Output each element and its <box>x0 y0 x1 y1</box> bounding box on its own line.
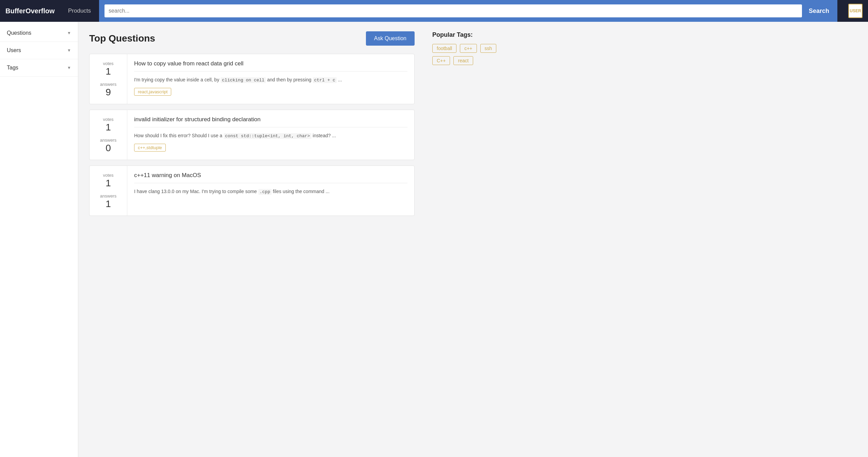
votes-block: votes 1 <box>103 117 113 132</box>
answers-block: answers 9 <box>100 82 116 97</box>
votes-value: 1 <box>106 178 111 188</box>
popular-tag-football[interactable]: football <box>432 44 456 53</box>
code-snippet: .cpp <box>258 189 272 195</box>
question-title[interactable]: c++11 warning on MacOS <box>134 172 407 183</box>
header: BufferOverflow Products Search USER <box>0 0 868 22</box>
question-title[interactable]: How to copy value from react data grid c… <box>134 60 407 72</box>
code-snippet: ctrl + c <box>313 77 337 83</box>
votes-label: votes <box>103 117 113 122</box>
site-logo[interactable]: BufferOverflow <box>5 7 60 15</box>
sidebar-item-questions[interactable]: Questions ▼ <box>0 25 78 42</box>
question-stats: votes 1 answers 0 <box>90 110 127 160</box>
search-input[interactable] <box>105 4 802 17</box>
search-bar-container: Search <box>99 0 837 22</box>
answers-label: answers <box>100 193 116 199</box>
question-content: c++11 warning on MacOS I have clang 13.0… <box>127 166 414 216</box>
code-snippet: clicking on cell <box>221 77 266 83</box>
ask-question-button[interactable]: Ask Question <box>366 31 415 46</box>
chevron-down-icon: ▼ <box>67 48 71 53</box>
popular-tag-ssh[interactable]: ssh <box>480 44 497 53</box>
answers-value: 0 <box>106 143 111 153</box>
popular-tags-title: Popular Tags: <box>432 31 507 38</box>
sidebar-item-tags[interactable]: Tags ▼ <box>0 59 78 77</box>
answers-value: 9 <box>106 88 111 97</box>
question-title[interactable]: invalid initializer for structured bindi… <box>134 116 407 127</box>
votes-label: votes <box>103 61 113 66</box>
products-nav[interactable]: Products <box>68 7 91 14</box>
votes-block: votes 1 <box>103 61 113 76</box>
answers-block: answers 0 <box>100 138 116 153</box>
votes-value: 1 <box>106 123 111 132</box>
question-tags: react,javascript <box>134 88 407 96</box>
votes-value: 1 <box>106 67 111 76</box>
popular-tag-react[interactable]: react <box>453 56 473 65</box>
question-excerpt: How should I fix this error? Should I us… <box>134 132 407 140</box>
chevron-down-icon: ▼ <box>67 65 71 70</box>
code-snippet: const std::tuple<int, int, char> <box>224 133 311 139</box>
question-card: votes 1 answers 1 c++11 warning on MacOS… <box>89 166 415 216</box>
question-stats: votes 1 answers 9 <box>90 54 127 104</box>
question-stats: votes 1 answers 1 <box>90 166 127 216</box>
question-card: votes 1 answers 9 How to copy value from… <box>89 54 415 104</box>
question-content: invalid initializer for structured bindi… <box>127 110 414 160</box>
question-excerpt: I'm trying copy the value inside a cell,… <box>134 76 407 84</box>
popular-tags-row1: football c++ ssh <box>432 44 507 53</box>
main-header: Top Questions Ask Question <box>89 31 415 46</box>
popular-tag-cpp2[interactable]: C++ <box>432 56 450 65</box>
page-title: Top Questions <box>89 33 155 44</box>
sidebar-item-tags-label: Tags <box>7 65 18 71</box>
sidebar-item-users-label: Users <box>7 47 21 53</box>
answers-label: answers <box>100 82 116 87</box>
answers-block: answers 1 <box>100 193 116 209</box>
answers-value: 1 <box>106 199 111 209</box>
question-excerpt: I have clang 13.0.0 on my Mac. I'm tryin… <box>134 188 407 195</box>
tag[interactable]: react,javascript <box>134 88 171 96</box>
votes-label: votes <box>103 173 113 178</box>
popular-tag-cpp[interactable]: c++ <box>460 44 477 53</box>
sidebar: Questions ▼ Users ▼ Tags ▼ <box>0 22 78 457</box>
main-content: Top Questions Ask Question votes 1 answe… <box>78 22 425 457</box>
page-layout: Questions ▼ Users ▼ Tags ▼ Top Questions… <box>0 22 868 457</box>
votes-block: votes 1 <box>103 173 113 188</box>
question-content: How to copy value from react data grid c… <box>127 54 414 104</box>
chevron-down-icon: ▼ <box>67 31 71 35</box>
tag[interactable]: c++,stdtuple <box>134 144 166 152</box>
popular-tags-row2: C++ react <box>432 56 507 65</box>
question-tags: c++,stdtuple <box>134 144 407 152</box>
user-avatar[interactable]: USER <box>848 4 863 18</box>
sidebar-item-users[interactable]: Users ▼ <box>0 42 78 59</box>
answers-label: answers <box>100 138 116 143</box>
search-button[interactable]: Search <box>806 5 832 17</box>
right-sidebar: Popular Tags: football c++ ssh C++ react <box>425 22 514 457</box>
sidebar-item-questions-label: Questions <box>7 30 31 36</box>
question-card: votes 1 answers 0 invalid initializer fo… <box>89 110 415 160</box>
